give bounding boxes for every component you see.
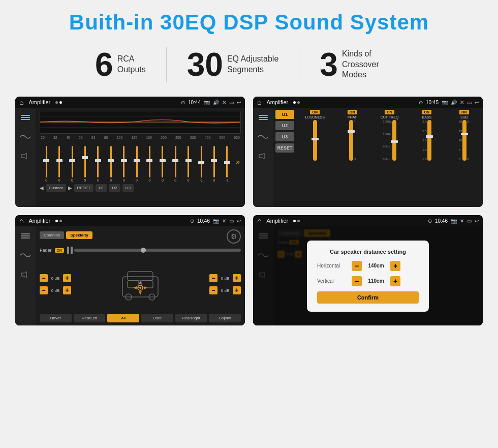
slider-9[interactable]: 0: [144, 146, 155, 182]
slider-8[interactable]: 0: [131, 146, 142, 182]
slider-5[interactable]: 0: [92, 146, 104, 182]
fader-slider[interactable]: [74, 249, 241, 252]
home-icon-3[interactable]: ⌂: [19, 217, 23, 225]
sidebar-eq-icon-2[interactable]: [256, 112, 270, 123]
sub-slider[interactable]: [462, 120, 466, 161]
home-icon-2[interactable]: ⌂: [257, 98, 261, 106]
vertical-plus[interactable]: +: [390, 276, 400, 286]
sidebar-wave-icon[interactable]: [18, 131, 33, 142]
slider-2[interactable]: 0: [53, 146, 65, 182]
sidebar-wave-icon-2[interactable]: [256, 131, 270, 142]
horizontal-plus[interactable]: +: [390, 261, 400, 271]
horizontal-minus[interactable]: −: [352, 261, 362, 271]
phat-slider[interactable]: [349, 120, 353, 161]
preset-reset[interactable]: RESET: [275, 143, 294, 153]
sidebar-speaker-icon-3[interactable]: [18, 269, 33, 280]
location-icon: ⊙: [181, 100, 185, 105]
sidebar-eq-icon[interactable]: [18, 112, 33, 123]
eq-u3-btn[interactable]: U3: [122, 184, 134, 192]
eq-reset-btn[interactable]: RESET: [74, 184, 94, 192]
slider-10[interactable]: 0: [157, 146, 168, 182]
sidebar-eq-icon-3[interactable]: [18, 230, 33, 242]
svg-marker-18: [144, 286, 147, 289]
back-icon[interactable]: ↩: [237, 100, 241, 105]
eq-u2-btn[interactable]: U2: [109, 184, 120, 192]
btn-copilot[interactable]: Copilot: [209, 314, 241, 322]
btn-all[interactable]: All: [107, 314, 139, 322]
svg-rect-8: [128, 272, 153, 281]
svg-point-14: [139, 287, 141, 289]
slider-7[interactable]: 0: [118, 146, 129, 182]
slider-15[interactable]: -1: [222, 146, 233, 182]
btn-rear-left[interactable]: RearLeft: [74, 314, 106, 322]
back-icon-4[interactable]: ↩: [475, 218, 479, 224]
slider-3[interactable]: 0: [67, 146, 78, 182]
btn-driver[interactable]: Driver: [40, 314, 72, 322]
eq-u1-btn[interactable]: U1: [96, 184, 107, 192]
slider-12[interactable]: 0: [182, 146, 194, 182]
horizontal-row: Horizontal − 140cm +: [317, 261, 419, 271]
db-minus-4[interactable]: −: [209, 286, 217, 294]
db-minus-1[interactable]: −: [40, 274, 48, 282]
db-plus-4[interactable]: +: [233, 286, 241, 294]
home-icon-4[interactable]: ⌂: [257, 217, 261, 225]
fader-thumb[interactable]: [141, 248, 146, 253]
sub-on[interactable]: ON: [459, 110, 469, 114]
x-icon: ✕: [222, 100, 226, 105]
car-diagram: [73, 266, 207, 302]
preset-u1[interactable]: U1: [275, 110, 294, 119]
sidebar-speaker-icon[interactable]: [18, 151, 33, 162]
horizontal-label: Horizontal: [317, 263, 348, 268]
sub-control: ON SUB 20 15 10 5 0: [451, 110, 477, 161]
loudness-slider[interactable]: [313, 120, 317, 161]
loudness-on[interactable]: ON: [310, 110, 320, 114]
bass-slider[interactable]: [427, 120, 431, 161]
slider-13[interactable]: -1: [196, 146, 207, 182]
amp-controls-area: ON LOUDNESS ON: [296, 108, 483, 207]
cutfreq-slider[interactable]: [392, 120, 396, 161]
cutfreq-label: CUT FREQ: [381, 115, 399, 119]
settings-icon[interactable]: ⚙: [227, 229, 241, 244]
back-icon-2[interactable]: ↩: [475, 100, 479, 105]
screen3-title: Amplifier: [28, 218, 50, 224]
db-minus-2[interactable]: −: [40, 286, 48, 294]
slider-6[interactable]: 0: [105, 146, 116, 182]
fader-on-badge[interactable]: ON: [55, 248, 65, 253]
slider-1[interactable]: 0: [41, 146, 52, 182]
bass-on[interactable]: ON: [422, 110, 432, 114]
eq-play-btn[interactable]: ▶: [68, 185, 72, 191]
btn-user[interactable]: User: [141, 314, 173, 322]
loudness-control: ON LOUDNESS: [302, 110, 328, 161]
confirm-button[interactable]: Confirm: [317, 291, 419, 304]
stat-eq: 30 EQ AdjustableSegments: [167, 48, 299, 81]
amp-content: U1 U2 U3 RESET ON LOUDNESS: [273, 108, 483, 207]
db-row-2: − 0 dB +: [40, 286, 71, 294]
tab-specialty[interactable]: Specialty: [66, 231, 92, 239]
btn-rear-right[interactable]: RearRight: [175, 314, 207, 322]
db-plus-1[interactable]: +: [63, 274, 71, 282]
preset-u3[interactable]: U3: [275, 132, 294, 141]
db-row-4: − 0 dB +: [209, 286, 241, 294]
phat-on[interactable]: ON: [348, 110, 357, 114]
home-icon[interactable]: ⌂: [19, 98, 23, 106]
screen3-sidebar: [15, 226, 36, 325]
sidebar-speaker-icon-2[interactable]: [256, 151, 270, 162]
back-icon-3[interactable]: ↩: [237, 218, 241, 224]
db-plus-2[interactable]: +: [63, 286, 71, 294]
slider-14[interactable]: 0: [208, 146, 220, 182]
eq-graph: [40, 111, 241, 134]
fader-slider-area: [67, 247, 241, 254]
eq-custom-btn[interactable]: Custom: [46, 184, 66, 192]
slider-11[interactable]: 0: [170, 146, 181, 182]
db-minus-3[interactable]: −: [209, 274, 217, 282]
freq-500: 500: [219, 136, 225, 139]
slider-4[interactable]: 5: [79, 146, 90, 182]
vertical-minus[interactable]: −: [352, 276, 362, 286]
preset-u2[interactable]: U2: [275, 121, 294, 130]
db-plus-3[interactable]: +: [233, 274, 241, 282]
sidebar-wave-icon-3[interactable]: [18, 250, 33, 261]
eq-more-btn[interactable]: »: [235, 157, 241, 167]
tab-common[interactable]: Common: [40, 231, 64, 239]
cutfreq-on[interactable]: ON: [385, 110, 394, 114]
eq-prev-btn[interactable]: ◀: [40, 185, 44, 191]
